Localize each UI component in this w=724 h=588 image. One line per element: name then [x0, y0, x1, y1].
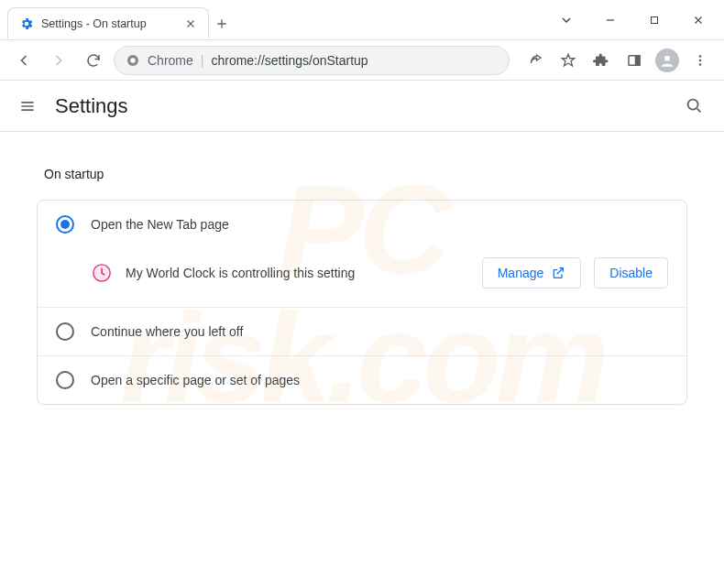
menu-icon[interactable] — [686, 46, 715, 75]
page-title: Settings — [55, 94, 128, 118]
url-divider: | — [201, 53, 204, 68]
radio-specific[interactable] — [56, 371, 74, 389]
manage-button-label: Manage — [498, 266, 544, 280]
address-bar[interactable]: Chrome | chrome://settings/onStartup — [114, 46, 510, 75]
option-continue[interactable]: Continue where you left off — [38, 308, 686, 355]
close-window-button[interactable] — [678, 5, 719, 35]
svg-point-5 — [664, 55, 670, 60]
search-icon[interactable] — [684, 95, 706, 117]
option-continue-label: Continue where you left off — [91, 324, 243, 339]
extension-notice-row: My World Clock is controlling this setti… — [38, 248, 686, 307]
share-icon[interactable] — [521, 46, 550, 75]
option-new-tab-label: Open the New Tab page — [91, 217, 229, 232]
svg-point-9 — [688, 99, 698, 109]
radio-continue[interactable] — [56, 322, 74, 341]
section-title: On startup — [44, 167, 687, 181]
svg-point-2 — [130, 58, 135, 62]
chrome-icon — [126, 53, 140, 68]
external-link-icon — [551, 266, 565, 280]
svg-rect-4 — [636, 55, 641, 65]
profile-avatar[interactable] — [653, 46, 682, 75]
disable-button[interactable]: Disable — [594, 257, 668, 289]
svg-point-7 — [699, 59, 702, 61]
back-button[interactable] — [9, 46, 38, 75]
minimize-button[interactable] — [590, 5, 631, 35]
url-scheme-label: Chrome — [148, 53, 193, 68]
disable-button-label: Disable — [609, 266, 653, 280]
hamburger-menu-icon[interactable] — [18, 97, 37, 115]
browser-tab[interactable]: Settings - On startup — [7, 7, 209, 38]
extensions-icon[interactable] — [587, 46, 616, 75]
option-specific-label: Open a specific page or set of pages — [91, 373, 300, 387]
manage-button[interactable]: Manage — [482, 257, 582, 289]
settings-gear-icon — [19, 16, 34, 31]
reload-button[interactable] — [79, 46, 108, 75]
window-titlebar: Settings - On startup — [0, 0, 724, 40]
option-new-tab[interactable]: Open the New Tab page — [38, 201, 686, 248]
maximize-button[interactable] — [634, 5, 675, 35]
settings-header: Settings — [0, 81, 724, 132]
settings-content: On startup Open the New Tab page My Worl… — [0, 132, 724, 427]
startup-card: Open the New Tab page My World Clock is … — [37, 200, 687, 405]
close-tab-icon[interactable] — [184, 17, 197, 30]
new-tab-button[interactable] — [209, 7, 235, 39]
window-controls — [546, 0, 724, 39]
svg-point-6 — [699, 55, 702, 58]
tab-title: Settings - On startup — [41, 17, 177, 30]
svg-rect-0 — [652, 16, 658, 23]
radio-new-tab[interactable] — [56, 215, 74, 234]
option-specific[interactable]: Open a specific page or set of pages — [38, 356, 686, 404]
extension-notice-text: My World Clock is controlling this setti… — [126, 266, 469, 280]
forward-button[interactable] — [44, 46, 73, 75]
tab-search-button[interactable] — [546, 5, 587, 35]
sidepanel-icon[interactable] — [620, 46, 649, 75]
bookmark-icon[interactable] — [554, 46, 583, 75]
svg-point-8 — [699, 63, 702, 66]
url-path: chrome://settings/onStartup — [211, 53, 367, 68]
browser-toolbar: Chrome | chrome://settings/onStartup — [0, 40, 724, 81]
extension-clock-icon — [91, 262, 113, 284]
